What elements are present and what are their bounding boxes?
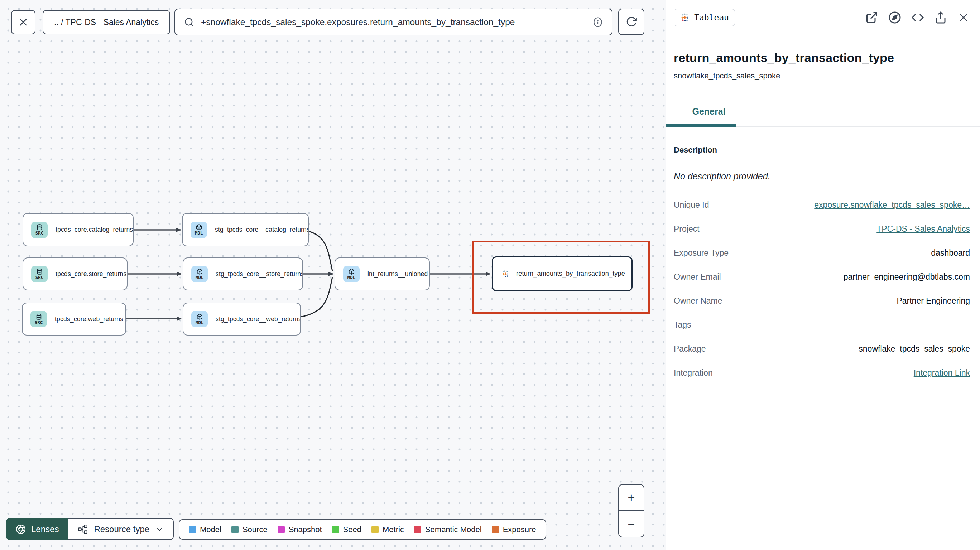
model-badge: MDL [343,266,360,282]
node-label: return_amounts_by_transaction_type [516,270,625,278]
owner-email-value: partner_engineering@dbtlabs.com [843,272,970,282]
panel-actions [865,11,970,24]
detail-row-exposure-type: Exposure Type dashboard [674,248,970,258]
node-label: int_returns__unioned [368,270,428,278]
chevron-down-icon [155,525,164,534]
graph-node-model-int-returns-unioned[interactable]: MDL int_returns__unioned [334,258,430,290]
detail-row-unique-id: Unique Id exposure.snowflake_tpcds_sales… [674,200,970,210]
detail-row-owner-name: Owner Name Partner Engineering [674,296,970,306]
aperture-icon [15,524,26,535]
page-title: return_amounts_by_transaction_type [674,51,971,65]
package-subtitle: snowflake_tpcds_sales_spoke [674,71,971,81]
metric-swatch [371,526,379,533]
tableau-logo-icon [680,13,690,22]
breadcrumb-label: .. / TPC-DS - Sales Analytics [54,17,159,27]
refresh-lineage-button[interactable] [618,9,644,35]
project-link[interactable]: TPC-DS - Sales Analytics [877,224,970,234]
search-input[interactable] [201,17,586,27]
share-button[interactable] [934,11,947,24]
explore-button[interactable] [888,11,901,24]
hierarchy-icon [77,524,88,535]
details-panel: Tableau return_amounts_by_transaction_ty… [665,0,980,550]
source-badge: SRC [30,311,47,327]
tableau-integration-chip[interactable]: Tableau [674,9,735,26]
model-badge: MDL [191,222,207,238]
close-icon [957,11,970,24]
code-icon [911,11,924,24]
database-icon [36,268,43,275]
model-swatch [189,526,196,533]
detail-row-owner-email: Owner Email partner_engineering@dbtlabs.… [674,272,970,282]
active-tab-indicator [666,124,736,127]
compass-icon [888,11,901,24]
lenses-label: Lenses [31,524,59,534]
graph-node-source-store-returns[interactable]: SRC tpcds_core.store_returns [22,258,127,290]
detail-row-tags: Tags [674,320,970,330]
detail-row-project: Project TPC-DS - Sales Analytics [674,224,970,234]
snapshot-swatch [278,526,285,533]
lenses-button[interactable]: Lenses [6,518,68,540]
lenses-control-group: Lenses Resource type [6,518,174,540]
database-icon [35,313,42,320]
legend-item-model: Model [189,525,221,534]
node-label: tpcds_core.web_returns [55,315,123,323]
cube-icon [196,268,203,275]
package-value: snowflake_tpcds_sales_spoke [859,344,970,354]
close-panel-button[interactable] [957,11,970,24]
description-empty-text: No description provided. [674,171,970,181]
graph-node-model-stg-store-returns[interactable]: MDL stg_tpcds_core__store_returns [183,258,303,290]
legend-item-exposure: Exposure [492,525,536,534]
tab-divider [666,126,980,127]
integration-chip-label: Tableau [694,13,729,22]
source-badge: SRC [31,222,48,238]
legend-item-metric: Metric [371,525,404,534]
graph-node-source-web-returns[interactable]: SRC tpcds_core.web_returns [22,302,126,335]
detail-rows: Unique Id exposure.snowflake_tpcds_sales… [674,200,970,378]
integration-link[interactable]: Integration Link [914,368,970,378]
view-code-button[interactable] [911,11,924,24]
exposure-type-value: dashboard [931,248,970,258]
detail-row-integration: Integration Integration Link [674,368,970,378]
node-label: stg_tpcds_core__store_returns [216,270,303,278]
panel-tabs: General [674,107,971,126]
legend-item-snapshot: Snapshot [278,525,322,534]
share-icon [934,11,947,24]
close-icon [18,17,29,27]
node-label: stg_tpcds_core__catalog_returns [215,226,309,234]
cube-icon [196,224,202,230]
close-lineage-button[interactable] [11,10,35,34]
node-label: stg_tpcds_core__web_returns [216,315,301,323]
unique-id-link[interactable]: exposure.snowflake_tpcds_sales_spoke… [814,200,970,210]
semantic-model-swatch [414,526,421,533]
tab-general[interactable]: General [674,107,744,126]
breadcrumb[interactable]: .. / TPC-DS - Sales Analytics [43,10,170,34]
zoom-in-button[interactable]: + [619,485,644,510]
graph-node-exposure-return-amounts[interactable]: return_amounts_by_transaction_type [492,256,633,291]
description-header: Description [674,145,970,155]
cube-icon [196,313,203,320]
resource-type-legend: Model Source Snapshot Seed Metric Semant… [179,519,546,540]
seed-swatch [332,526,339,533]
open-external-button[interactable] [865,11,878,24]
cube-icon [348,268,355,275]
model-badge: MDL [191,266,208,282]
tableau-logo-icon [501,266,510,282]
info-icon[interactable] [592,17,603,27]
refresh-icon [625,16,638,28]
node-label: tpcds_core.catalog_returns [56,226,133,234]
zoom-out-button[interactable]: − [619,511,644,537]
source-swatch [231,526,239,533]
legend-item-semantic-model: Semantic Model [414,525,482,534]
search-icon [184,17,194,27]
legend-item-seed: Seed [332,525,361,534]
graph-node-model-stg-catalog-returns[interactable]: MDL stg_tpcds_core__catalog_returns [182,213,309,246]
graph-node-model-stg-web-returns[interactable]: MDL stg_tpcds_core__web_returns [183,302,301,335]
details-panel-header: Tableau [666,0,980,35]
detail-row-package: Package snowflake_tpcds_sales_spoke [674,344,970,354]
legend-item-source: Source [231,525,267,534]
model-badge: MDL [191,311,208,327]
resource-type-dropdown[interactable]: Resource type [68,518,174,540]
lineage-search [175,9,612,35]
graph-node-source-catalog-returns[interactable]: SRC tpcds_core.catalog_returns [22,213,134,246]
exposure-swatch [492,526,499,533]
